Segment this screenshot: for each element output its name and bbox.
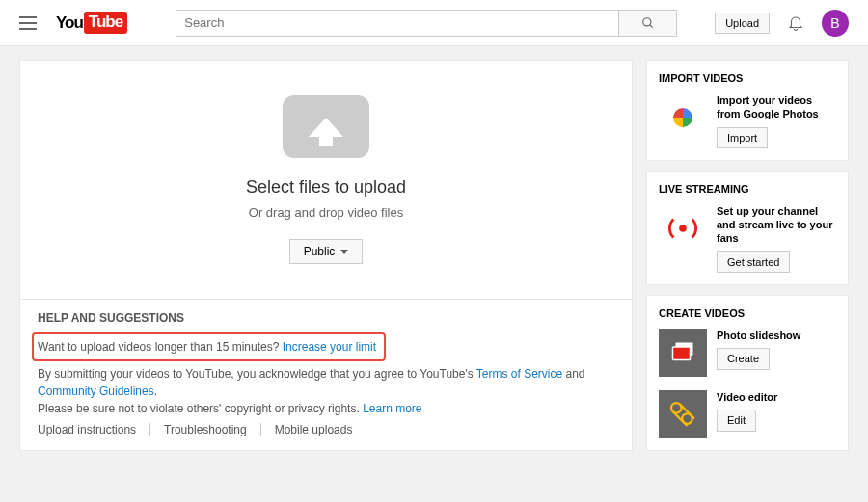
svg-rect-4 [673, 347, 691, 360]
troubleshooting-link[interactable]: Troubleshooting [164, 423, 247, 436]
import-videos-card: IMPORT VIDEOS Import your videos from Go… [646, 60, 849, 161]
live-icon [659, 204, 707, 252]
get-started-button[interactable]: Get started [717, 251, 790, 273]
editor-text: Video editor [717, 390, 836, 404]
upload-instructions-link[interactable]: Upload instructions [38, 423, 136, 436]
notifications-icon[interactable] [787, 13, 804, 33]
youtube-logo[interactable]: You Tube [56, 12, 127, 34]
import-button[interactable]: Import [717, 127, 768, 148]
tos-link[interactable]: Terms of Service [476, 367, 562, 381]
select-files-title: Select files to upload [246, 177, 406, 198]
highlight-annotation: Want to upload videos longer than 15 min… [32, 332, 386, 361]
drag-drop-text: Or drag and drop video files [249, 205, 403, 220]
ack-text: By submitting your videos to YouTube, yo… [38, 367, 476, 381]
copyright-text: Please be sure not to violate others' co… [38, 402, 363, 415]
help-links-row: Upload instructions Troubleshooting Mobi… [38, 423, 614, 436]
create-videos-card: CREATE VIDEOS Photo slideshow Create Vid… [646, 295, 849, 451]
edit-video-button[interactable]: Edit [717, 410, 756, 431]
privacy-selector[interactable]: Public [289, 239, 364, 264]
help-section: HELP AND SUGGESTIONS Want to upload vide… [20, 299, 632, 450]
guidelines-link[interactable]: Community Guidelines [38, 384, 154, 398]
upload-card: Select files to upload Or drag and drop … [19, 60, 633, 451]
main-column: Select files to upload Or drag and drop … [19, 60, 633, 451]
live-heading: LIVE STREAMING [659, 183, 836, 195]
logo-tube: Tube [84, 12, 127, 34]
avatar[interactable]: B [822, 10, 849, 37]
logo-you: You [56, 13, 83, 33]
help-heading: HELP AND SUGGESTIONS [38, 311, 614, 325]
right-sidebar: IMPORT VIDEOS Import your videos from Go… [646, 60, 849, 451]
mobile-uploads-link[interactable]: Mobile uploads [275, 423, 353, 436]
menu-icon[interactable] [19, 16, 37, 30]
increase-limit-link[interactable]: Increase your limit [283, 340, 376, 354]
google-photos-icon [659, 93, 707, 142]
learn-more-link[interactable]: Learn more [363, 402, 421, 415]
longer-videos-text: Want to upload videos longer than 15 min… [38, 340, 283, 354]
slideshow-text: Photo slideshow [717, 329, 836, 342]
live-text: Set up your channel and stream live to y… [717, 204, 836, 246]
search-bar [176, 10, 677, 37]
svg-point-0 [642, 17, 650, 25]
slideshow-icon [659, 329, 707, 377]
upload-link[interactable]: Upload [715, 13, 770, 34]
search-icon [641, 16, 655, 30]
app-header: You Tube Upload B [0, 0, 868, 46]
import-text: Import your videos from Google Photos [717, 93, 836, 121]
svg-point-2 [679, 225, 687, 232]
create-heading: CREATE VIDEOS [659, 307, 836, 319]
search-button[interactable] [619, 10, 677, 37]
svg-line-1 [649, 24, 652, 27]
chevron-down-icon [340, 250, 348, 254]
privacy-label: Public [304, 245, 336, 258]
page-body: Select files to upload Or drag and drop … [0, 46, 868, 464]
search-input[interactable] [176, 10, 619, 37]
create-slideshow-button[interactable]: Create [717, 348, 770, 369]
upload-arrow-icon [283, 95, 369, 158]
video-editor-icon [659, 390, 707, 438]
live-streaming-card: LIVE STREAMING Set up your channel and s… [646, 171, 849, 285]
drop-area[interactable]: Select files to upload Or drag and drop … [20, 61, 632, 299]
import-heading: IMPORT VIDEOS [659, 72, 836, 84]
